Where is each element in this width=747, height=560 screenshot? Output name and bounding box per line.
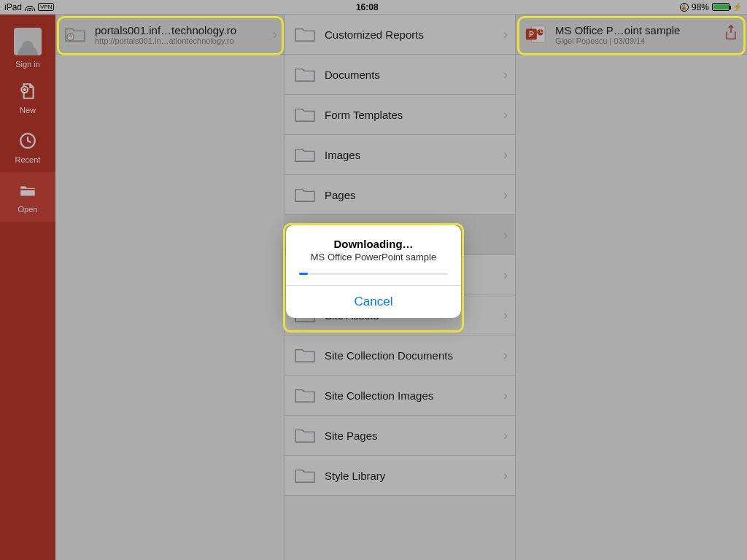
dialog-title: Downloading… (298, 238, 449, 250)
downloading-dialog: Downloading… MS Office PowerPoint sample… (286, 225, 461, 318)
progress-bar (299, 273, 448, 275)
dialog-subtitle: MS Office PowerPoint sample (298, 252, 449, 262)
cancel-button[interactable]: Cancel (286, 285, 461, 318)
